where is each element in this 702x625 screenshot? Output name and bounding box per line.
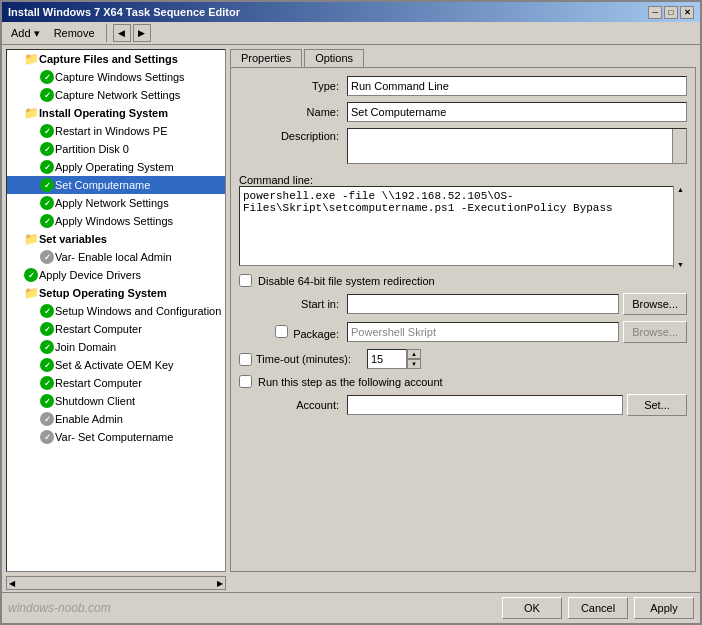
timeout-down-btn[interactable]: ▼ [407,359,421,369]
add-button[interactable]: Add ▾ [6,25,45,42]
capture-files-group[interactable]: 📁 Capture Files and Settings [7,50,225,68]
shutdown-client-item[interactable]: ✓ Shutdown Client [7,392,225,410]
apply-windows-item[interactable]: ✓ Apply Windows Settings [7,212,225,230]
set-button[interactable]: Set... [627,394,687,416]
nav-back-button[interactable]: ◀ [113,24,131,42]
var-set-computername-item[interactable]: ✓ Var- Set Computername [7,428,225,446]
run-as-checkbox[interactable] [239,375,252,388]
setup-config-check-icon: ✓ [39,303,55,319]
restart-windows-pe-item[interactable]: ✓ Restart in Windows PE [7,122,225,140]
command-textarea[interactable]: powershell.exe -file \\192.168.52.105\OS… [239,186,687,266]
enable-admin-item[interactable]: ✓ Enable Admin [7,410,225,428]
scroll-down-btn[interactable]: ▼ [674,261,687,268]
apply-device-drivers-item[interactable]: ✓ Apply Device Drivers [7,266,225,284]
timeout-checkbox[interactable] [239,353,252,366]
package-checkbox[interactable] [275,325,288,338]
set-activate-oem-item[interactable]: ✓ Set & Activate OEM Key [7,356,225,374]
var-enable-label: Var- Enable local Admin [55,251,172,263]
type-input[interactable] [347,76,687,96]
browse-start-button[interactable]: Browse... [623,293,687,315]
title-controls: ─ □ ✕ [648,6,694,19]
package-label: Package: [293,328,339,340]
join-domain-item[interactable]: ✓ Join Domain [7,338,225,356]
timeout-input[interactable] [367,349,407,369]
set-variables-group[interactable]: 📁 Set variables [7,230,225,248]
partition-check-icon: ✓ [39,141,55,157]
main-content: 📁 Capture Files and Settings ✓ Capture W… [2,45,700,576]
maximize-button[interactable]: □ [664,6,678,19]
setup-os-group[interactable]: 📁 Setup Operating System [7,284,225,302]
watermark: windows-noob.com [8,601,111,615]
timeout-spinner-btns: ▲ ▼ [407,349,421,369]
add-label: Add ▾ [11,27,40,40]
set-computername-item[interactable]: ✓ Set Computername [7,176,225,194]
scroll-up-btn[interactable]: ▲ [674,186,687,193]
restart-2-label: Restart Computer [55,377,142,389]
capture-network-settings-item[interactable]: ✓ Capture Network Settings [7,86,225,104]
toolbar: Add ▾ Remove ◀ ▶ [2,22,700,45]
bottom-buttons: OK Cancel Apply [502,597,694,619]
title-bar: Install Windows 7 X64 Task Sequence Edit… [2,2,700,22]
apply-button[interactable]: Apply [634,597,694,619]
set-computername-label: Set Computername [55,179,150,191]
apply-os-item[interactable]: ✓ Apply Operating System [7,158,225,176]
apply-network-item[interactable]: ✓ Apply Network Settings [7,194,225,212]
description-scrollbar[interactable] [672,129,686,163]
ok-button[interactable]: OK [502,597,562,619]
account-label: Account: [239,399,339,411]
remove-button[interactable]: Remove [49,25,100,41]
tab-properties[interactable]: Properties [230,49,302,67]
enable-admin-check-icon: ✓ [39,411,55,427]
timeout-spinner: ▲ ▼ [367,349,421,369]
bottom-bar: windows-noob.com OK Cancel Apply [2,592,700,623]
tree-panel[interactable]: 📁 Capture Files and Settings ✓ Capture W… [6,49,226,572]
hscrollbar[interactable]: ◀ ▶ [6,576,226,590]
package-group: Browse... [347,321,687,343]
shutdown-label: Shutdown Client [55,395,135,407]
timeout-up-btn[interactable]: ▲ [407,349,421,359]
nav-forward-button[interactable]: ▶ [133,24,151,42]
apply-windows-label: Apply Windows Settings [55,215,173,227]
apply-network-label: Apply Network Settings [55,197,169,209]
package-checkbox-label: Package: [239,325,339,340]
capture-files-folder-icon: 📁 [23,51,39,67]
close-button[interactable]: ✕ [680,6,694,19]
cancel-button[interactable]: Cancel [568,597,628,619]
tab-options[interactable]: Options [304,49,364,67]
account-input[interactable] [347,395,623,415]
description-area[interactable] [347,128,687,164]
browse-package-button[interactable]: Browse... [623,321,687,343]
disable-64bit-checkbox[interactable] [239,274,252,287]
capture-windows-settings-item[interactable]: ✓ Capture Windows Settings [7,68,225,86]
install-os-folder-icon: 📁 [23,105,39,121]
command-scrollbar[interactable]: ▲ ▼ [673,186,687,268]
name-label: Name: [239,106,339,118]
restart-2-check-icon: ✓ [39,375,55,391]
setup-windows-config-item[interactable]: ✓ Setup Windows and Configuration [7,302,225,320]
restart-pe-check-icon: ✓ [39,123,55,139]
minimize-button[interactable]: ─ [648,6,662,19]
hscroll-left-btn[interactable]: ◀ [7,579,17,588]
join-domain-check-icon: ✓ [39,339,55,355]
restart-computer-1-item[interactable]: ✓ Restart Computer [7,320,225,338]
name-input[interactable] [347,102,687,122]
window-title: Install Windows 7 X64 Task Sequence Edit… [8,6,240,18]
account-group: Set... [347,394,687,416]
restart-computer-2-item[interactable]: ✓ Restart Computer [7,374,225,392]
partition-disk-item[interactable]: ✓ Partition Disk 0 [7,140,225,158]
command-line-label: Command line: [239,174,313,186]
watermark-text: windows-noob.com [8,601,111,615]
run-as-label: Run this step as the following account [258,376,443,388]
partition-label: Partition Disk 0 [55,143,129,155]
var-enable-admin-item[interactable]: ✓ Var- Enable local Admin [7,248,225,266]
hscroll-right-btn[interactable]: ▶ [215,579,225,588]
oem-check-icon: ✓ [39,357,55,373]
package-input[interactable] [347,322,619,342]
start-in-input[interactable] [347,294,619,314]
start-in-row: Start in: Browse... [239,293,687,315]
install-os-group[interactable]: 📁 Install Operating System [7,104,225,122]
enable-admin-label: Enable Admin [55,413,123,425]
account-row: Account: Set... [239,394,687,416]
right-panel: Properties Options Type: Name: Descripti… [230,49,696,572]
start-in-label: Start in: [239,298,339,310]
